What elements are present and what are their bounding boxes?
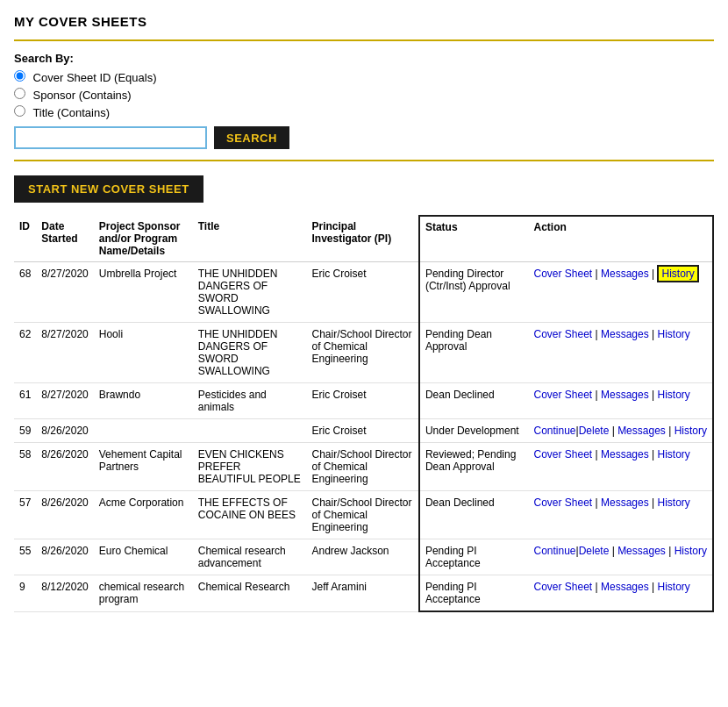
cell-sponsor: Euro Chemical [94, 539, 193, 575]
action-link-history-highlighted[interactable]: History [661, 268, 694, 280]
cell-status: Dean Declined [419, 491, 529, 539]
action-separator: | [649, 328, 658, 340]
table-row: 558/26/2020Euro ChemicalChemical researc… [14, 539, 713, 575]
action-link-cover-sheet[interactable]: Cover Sheet [533, 268, 592, 280]
action-link-messages[interactable]: Messages [617, 425, 666, 437]
table-row: 688/27/2020Umbrella ProjectTHE UNHIDDEN … [14, 262, 713, 323]
action-link-cover-sheet[interactable]: Cover Sheet [533, 496, 592, 509]
action-link-history[interactable]: History [657, 448, 689, 461]
cell-status: Pending PI Acceptance [419, 575, 529, 612]
col-header-id: ID [14, 216, 36, 262]
cell-title: EVEN CHICKENS PREFER BEAUTIFUL PEOPLE [193, 443, 307, 491]
action-separator: | [649, 581, 658, 593]
start-new-cover-sheet-button[interactable]: START NEW COVER SHEET [14, 175, 203, 203]
radio-label-id[interactable]: Cover Sheet ID (Equals) [14, 70, 714, 84]
cell-pi: Chair/School Director of Chemical Engine… [307, 323, 419, 383]
action-link-messages[interactable]: Messages [601, 448, 649, 461]
action-link-messages[interactable]: Messages [617, 545, 666, 557]
action-link-messages[interactable]: Messages [601, 268, 649, 280]
cell-sponsor: Vehement Capital Partners [94, 443, 193, 491]
action-link-history[interactable]: History [657, 496, 689, 509]
cell-id: 9 [14, 575, 36, 612]
cell-action: Continue|Delete | Messages | History [528, 539, 713, 575]
action-link-continue[interactable]: Continue [533, 545, 575, 557]
radio-label-title[interactable]: Title (Contains) [14, 105, 714, 119]
action-separator: | [609, 545, 617, 557]
action-link-messages[interactable]: Messages [601, 389, 649, 401]
action-link-messages[interactable]: Messages [601, 328, 649, 340]
col-header-action: Action [528, 216, 713, 262]
search-section: Search By: Cover Sheet ID (Equals) Spons… [14, 52, 714, 149]
cell-title: Chemical Research [193, 575, 307, 612]
action-separator: | [666, 425, 674, 437]
action-separator: | [592, 389, 601, 401]
cell-sponsor: Brawndo [94, 383, 193, 419]
cell-id: 55 [14, 539, 36, 575]
cell-sponsor: Hooli [94, 323, 193, 383]
action-link-cover-sheet[interactable]: Cover Sheet [533, 328, 592, 340]
action-link-history[interactable]: History [657, 389, 689, 401]
cell-title: THE UNHIDDEN DANGERS OF SWORD SWALLOWING [193, 323, 307, 383]
radio-title[interactable] [14, 105, 25, 117]
cell-action: Cover Sheet | Messages | History [528, 323, 713, 383]
cell-date: 8/12/2020 [36, 575, 93, 612]
radio-label-sponsor[interactable]: Sponsor (Contains) [14, 88, 714, 102]
cell-pi: Chair/School Director of Chemical Engine… [307, 491, 419, 539]
radio-group: Cover Sheet ID (Equals) Sponsor (Contain… [14, 70, 714, 119]
action-link-delete[interactable]: Delete [579, 545, 610, 557]
cell-date: 8/27/2020 [36, 262, 93, 323]
search-button[interactable]: SEARCH [214, 126, 289, 149]
cell-pi: Eric Croiset [307, 262, 419, 323]
top-divider [14, 39, 714, 41]
cell-date: 8/27/2020 [36, 323, 93, 383]
table-row: 588/26/2020Vehement Capital PartnersEVEN… [14, 443, 713, 491]
search-by-label: Search By: [14, 52, 714, 65]
cell-date: 8/26/2020 [36, 491, 93, 539]
cell-action: Cover Sheet | Messages | History [528, 491, 713, 539]
action-separator: | [649, 496, 658, 509]
cell-date: 8/27/2020 [36, 383, 93, 419]
cell-sponsor: Umbrella Project [94, 262, 193, 323]
table-row: 628/27/2020HooliTHE UNHIDDEN DANGERS OF … [14, 323, 713, 383]
cell-action: Cover Sheet | Messages | History [528, 443, 713, 491]
bottom-divider [14, 160, 714, 161]
col-header-title: Title [193, 216, 307, 262]
cell-action: Continue|Delete | Messages | History [528, 419, 713, 443]
radio-sponsor[interactable] [14, 88, 25, 99]
cell-title: THE EFFECTS OF COCAINE ON BEES [193, 491, 307, 539]
action-link-cover-sheet[interactable]: Cover Sheet [533, 389, 592, 401]
radio-id[interactable] [14, 70, 25, 82]
cell-action: Cover Sheet | Messages | History [528, 262, 713, 323]
cell-sponsor [94, 419, 193, 443]
col-header-date: DateStarted [36, 216, 93, 262]
cell-action: Cover Sheet | Messages | History [528, 383, 713, 419]
action-link-messages[interactable]: Messages [601, 496, 649, 509]
search-input[interactable] [14, 126, 207, 149]
action-link-delete[interactable]: Delete [579, 425, 610, 437]
page-title: MY COVER SHEETS [14, 14, 714, 29]
cell-action: Cover Sheet | Messages | History [528, 575, 713, 612]
cell-id: 58 [14, 443, 36, 491]
cell-title: THE UNHIDDEN DANGERS OF SWORD SWALLOWING [193, 262, 307, 323]
cell-status: Pending Director (Ctr/Inst) Approval [419, 262, 529, 323]
col-header-status: Status [419, 216, 529, 262]
action-link-history[interactable]: History [657, 581, 689, 593]
cell-id: 57 [14, 491, 36, 539]
action-link-history[interactable]: History [657, 328, 689, 340]
cell-title [193, 419, 307, 443]
action-link-history[interactable]: History [674, 545, 707, 557]
table-row: 618/27/2020BrawndoPesticides and animals… [14, 383, 713, 419]
action-separator: | [649, 268, 658, 280]
cell-date: 8/26/2020 [36, 419, 93, 443]
table-row: 578/26/2020Acme CorporationTHE EFFECTS O… [14, 491, 713, 539]
cell-status: Under Development [419, 419, 529, 443]
cell-status: Pending PI Acceptance [419, 539, 529, 575]
action-link-cover-sheet[interactable]: Cover Sheet [533, 581, 592, 593]
action-link-messages[interactable]: Messages [601, 581, 649, 593]
action-link-history[interactable]: History [674, 425, 707, 437]
cell-pi: Chair/School Director of Chemical Engine… [307, 443, 419, 491]
action-link-cover-sheet[interactable]: Cover Sheet [533, 448, 592, 461]
col-header-pi: PrincipalInvestigator (PI) [307, 216, 419, 262]
cell-date: 8/26/2020 [36, 539, 93, 575]
action-link-continue[interactable]: Continue [533, 425, 575, 437]
